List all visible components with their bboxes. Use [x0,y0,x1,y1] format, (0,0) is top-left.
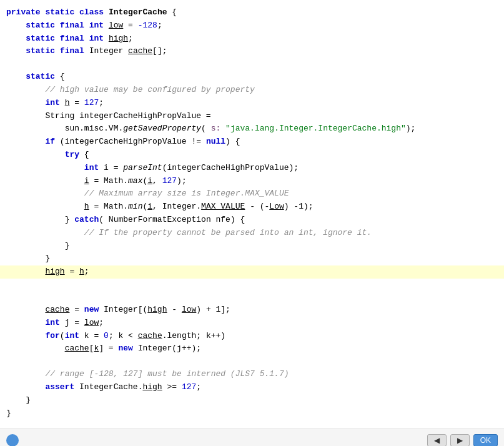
code-line [0,355,504,368]
code-line: for(int k = 0; k < cache.length; k++) [0,330,504,343]
code-line: int j = low; [0,317,504,330]
next-button[interactable]: ▶ [450,434,470,446]
code-line: cache = new Integer[(high - low) + 1]; [0,304,504,317]
code-line: } catch( NumberFormatException nfe) { [0,214,504,227]
code-line: static final int low = -128; [0,19,504,32]
code-line: h = Math.min(i, Integer.MAX_VALUE - (-Lo… [0,201,504,214]
code-line [0,58,504,71]
ok-button[interactable]: OK [473,434,498,446]
nav-indicator-icon [6,434,19,446]
code-line: cache[k] = new Integer(j++); [0,342,504,355]
code-line: // Maximum array size is Integer.MAX_VAL… [0,187,504,201]
code-line: // high value may be configured by prope… [0,84,504,97]
code-line: static final Integer cache[]; [0,45,504,58]
code-line: // range [-128, 127] must be interned (J… [0,368,504,381]
code-line: } [0,394,504,407]
code-line: } [0,240,504,253]
code-line: private static class IntegerCache { [0,6,504,19]
prev-button[interactable]: ◀ [427,434,447,446]
code-container: private static class IntegerCache { stat… [0,0,504,426]
code-line: if (integerCacheHighPropValue != null) { [0,136,504,149]
code-line: sun.misc.VM.getSavedProperty( s: "java.l… [0,122,504,136]
code-line: } [0,252,504,265]
bottom-bar: ◀▶OK [0,429,504,446]
code-line [0,291,504,304]
code-line: } [0,407,504,420]
code-line: static { [0,71,504,84]
code-line: try { [0,149,504,162]
code-line: static final int high; [0,32,504,46]
code-line: high = h; [0,265,504,279]
code-line: int h = 127; [0,97,504,110]
code-line: i = Math.max(i, 127); [0,175,504,188]
code-line: assert IntegerCache.high >= 127; [0,381,504,394]
code-line: // If the property cannot be parsed into… [0,227,504,240]
code-line: int i = parseInt(integerCacheHighPropVal… [0,162,504,175]
code-line: String integerCacheHighPropValue = [0,110,504,123]
code-line [0,279,504,291]
